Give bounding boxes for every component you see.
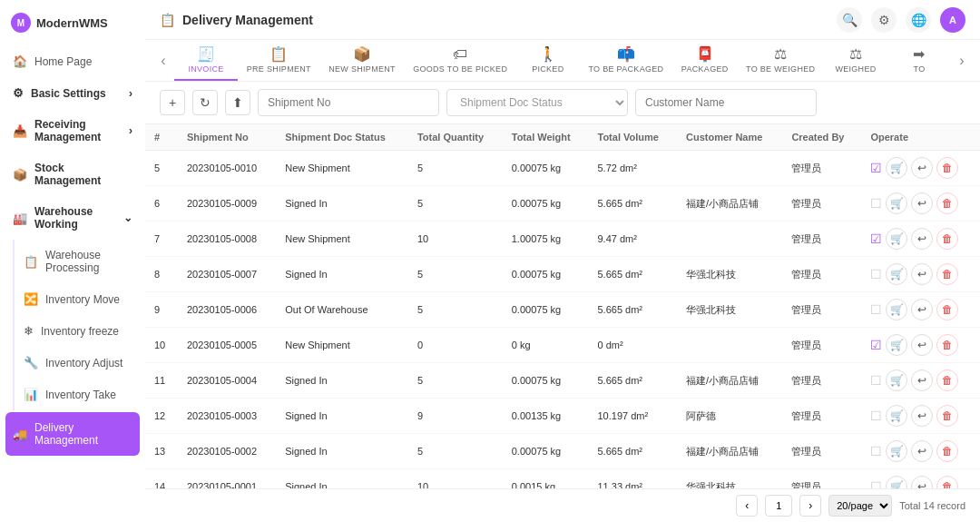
cell-total-volume: 5.665 dm² bbox=[589, 186, 678, 222]
row-checkbox[interactable]: ☐ bbox=[870, 479, 882, 488]
return-button[interactable]: ↩ bbox=[911, 476, 933, 488]
pick-button[interactable]: 🛒 bbox=[886, 476, 907, 488]
weighed-tab-icon: ⚖ bbox=[849, 45, 862, 63]
col-customer: Customer Name bbox=[677, 124, 782, 151]
operate-buttons: ☐ 🛒 ↩ 🗑 bbox=[870, 476, 971, 488]
cell-total-qty: 9 bbox=[408, 399, 503, 434]
return-button[interactable]: ↩ bbox=[911, 263, 933, 285]
tab-to-be-weighed[interactable]: ⚖ TO BE WEIGHED bbox=[737, 40, 824, 81]
sidebar-item-inventory-take[interactable]: 📊 Inventory Take bbox=[15, 379, 145, 410]
cell-shipment-no: 20230105-0003 bbox=[178, 399, 276, 434]
tabs-list: 🧾 INVOICE 📋 PRE SHIPMENT 📦 NEW SHIPMENT … bbox=[174, 40, 951, 81]
delete-button[interactable]: 🗑 bbox=[936, 157, 958, 179]
cell-status: Signed In bbox=[276, 186, 408, 222]
row-checkbox[interactable]: ☑ bbox=[870, 338, 882, 352]
tab-weighed[interactable]: ⚖ WEIGHED bbox=[824, 40, 887, 81]
tab-to[interactable]: ➡ TO bbox=[887, 40, 951, 81]
delete-button[interactable]: 🗑 bbox=[936, 405, 958, 427]
page-title: Delivery Management bbox=[182, 13, 313, 27]
pick-button[interactable]: 🛒 bbox=[886, 299, 907, 320]
github-icon-button[interactable]: ⚙ bbox=[871, 7, 897, 33]
export-button[interactable]: ⬆ bbox=[225, 90, 250, 115]
return-button[interactable]: ↩ bbox=[911, 369, 933, 391]
return-button[interactable]: ↩ bbox=[911, 192, 933, 214]
sidebar-item-warehouse-working[interactable]: 🏭 Warehouse Working ⌄ bbox=[0, 196, 145, 240]
delete-button[interactable]: 🗑 bbox=[936, 334, 958, 356]
operate-buttons: ☐ 🛒 ↩ 🗑 bbox=[870, 192, 971, 214]
next-page-button[interactable]: › bbox=[799, 495, 821, 517]
delete-button[interactable]: 🗑 bbox=[936, 369, 958, 391]
delete-button[interactable]: 🗑 bbox=[936, 440, 958, 462]
pick-button[interactable]: 🛒 bbox=[886, 263, 907, 285]
row-checkbox[interactable]: ☐ bbox=[870, 196, 882, 211]
cell-customer bbox=[677, 328, 782, 363]
sidebar-item-inventory-move[interactable]: 🔀 Inventory Move bbox=[15, 283, 145, 315]
move-icon: 🔀 bbox=[24, 292, 38, 306]
cell-total-weight: 0.00135 kg bbox=[503, 399, 589, 434]
tab-invoice[interactable]: 🧾 INVOICE bbox=[174, 40, 238, 81]
return-button[interactable]: ↩ bbox=[911, 228, 933, 250]
delete-button[interactable]: 🗑 bbox=[936, 228, 958, 250]
sidebar-item-receiving[interactable]: 📥 Receiving Management › bbox=[0, 109, 145, 153]
tab-scroll-left[interactable]: ‹ bbox=[152, 49, 174, 73]
row-checkbox[interactable]: ☐ bbox=[870, 373, 882, 388]
sidebar-item-home[interactable]: 🏠 Home Page bbox=[0, 45, 145, 77]
cell-operate: ☐ 🛒 ↩ 🗑 bbox=[861, 363, 980, 399]
tab-new-shipment[interactable]: 📦 NEW SHIPMENT bbox=[320, 40, 405, 81]
return-button[interactable]: ↩ bbox=[911, 440, 933, 462]
pick-button[interactable]: 🛒 bbox=[886, 157, 907, 179]
tab-picked[interactable]: 🚶 PICKED bbox=[516, 40, 580, 81]
row-checkbox[interactable]: ☐ bbox=[870, 267, 882, 281]
tab-scroll-right[interactable]: › bbox=[951, 49, 973, 73]
pick-button[interactable]: 🛒 bbox=[886, 369, 907, 391]
return-button[interactable]: ↩ bbox=[911, 405, 933, 427]
delete-button[interactable]: 🗑 bbox=[936, 263, 958, 285]
row-checkbox[interactable]: ☐ bbox=[870, 409, 882, 423]
return-button[interactable]: ↩ bbox=[911, 299, 933, 320]
pick-button[interactable]: 🛒 bbox=[886, 334, 907, 356]
cell-customer: 福建/小商品店铺 bbox=[677, 363, 782, 399]
header-icons-area: 🔍 ⚙ 🌐 A bbox=[837, 7, 965, 33]
cell-status: New Shipment bbox=[276, 328, 408, 363]
delete-button[interactable]: 🗑 bbox=[936, 476, 958, 488]
return-button[interactable]: ↩ bbox=[911, 157, 933, 179]
delete-button[interactable]: 🗑 bbox=[936, 299, 958, 320]
sidebar-item-delivery[interactable]: 🚚 Delivery Management bbox=[5, 412, 140, 456]
tab-pre-shipment[interactable]: 📋 PRE SHIPMENT bbox=[238, 40, 320, 81]
cell-id: 8 bbox=[145, 257, 178, 292]
return-button[interactable]: ↩ bbox=[911, 334, 933, 356]
row-checkbox[interactable]: ☑ bbox=[870, 231, 882, 246]
pick-button[interactable]: 🛒 bbox=[886, 192, 907, 214]
row-checkbox[interactable]: ☐ bbox=[870, 302, 882, 317]
sidebar-item-stock[interactable]: 📦 Stock Management bbox=[0, 153, 145, 196]
table-row: 5 20230105-0010 New Shipment 5 0.00075 k… bbox=[145, 151, 980, 186]
row-checkbox[interactable]: ☐ bbox=[870, 444, 882, 458]
add-button[interactable]: + bbox=[160, 90, 185, 115]
cell-total-volume: 5.665 dm² bbox=[589, 363, 678, 399]
page-size-select[interactable]: 20/page bbox=[828, 495, 892, 517]
sidebar-item-inventory-freeze[interactable]: ❄ Inventory freeze bbox=[15, 315, 145, 347]
customer-name-input[interactable] bbox=[635, 89, 817, 116]
tab-to-be-weighed-label: TO BE WEIGHED bbox=[746, 64, 815, 74]
row-checkbox[interactable]: ☑ bbox=[870, 161, 882, 175]
shipment-no-input[interactable] bbox=[258, 89, 439, 116]
user-avatar[interactable]: A bbox=[940, 7, 965, 33]
tab-to-be-packaged[interactable]: 📫 TO BE PACKAGED bbox=[580, 40, 672, 81]
prev-page-button[interactable]: ‹ bbox=[736, 495, 758, 517]
shipment-doc-status-select[interactable]: Shipment Doc Status New Shipment Signed … bbox=[446, 89, 628, 116]
search-global-button[interactable]: 🔍 bbox=[837, 7, 862, 33]
refresh-button[interactable]: ↻ bbox=[192, 90, 218, 115]
sidebar-item-inventory-adjust[interactable]: 🔧 Inventory Adjust bbox=[15, 347, 145, 379]
page-number-input[interactable] bbox=[765, 495, 792, 517]
pick-button[interactable]: 🛒 bbox=[886, 440, 907, 462]
tab-goods-to-be-picked[interactable]: 🏷 GOODS TO BE PICKED bbox=[405, 40, 516, 81]
sidebar-item-warehouse-processing[interactable]: 📋 Warehouse Processing bbox=[15, 240, 145, 283]
delete-button[interactable]: 🗑 bbox=[936, 192, 958, 214]
pick-button[interactable]: 🛒 bbox=[886, 228, 907, 250]
sidebar-item-basic-settings[interactable]: ⚙ Basic Settings › bbox=[0, 77, 145, 109]
tab-packaged[interactable]: 📮 PACKAGED bbox=[672, 40, 737, 81]
col-total-weight: Total Weight bbox=[503, 124, 589, 151]
cell-operate: ☐ 🛒 ↩ 🗑 bbox=[861, 469, 980, 489]
language-button[interactable]: 🌐 bbox=[906, 7, 931, 33]
pick-button[interactable]: 🛒 bbox=[886, 405, 907, 427]
